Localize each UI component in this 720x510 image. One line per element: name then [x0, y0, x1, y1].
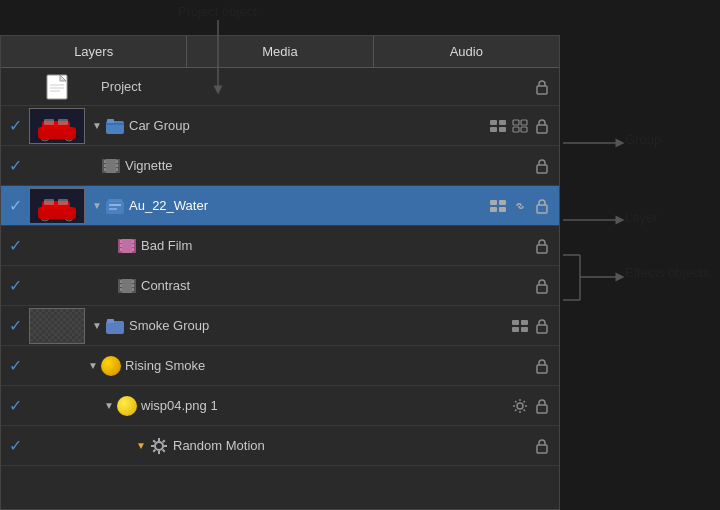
svg-rect-78 — [132, 284, 134, 287]
lock-icon-random-motion[interactable] — [533, 437, 551, 455]
film-icon-vignette — [102, 159, 120, 173]
svg-rect-30 — [521, 120, 527, 125]
lock-icon-smoke-group[interactable] — [533, 317, 551, 335]
svg-rect-56 — [490, 200, 497, 205]
tab-layers[interactable]: Layers — [1, 36, 187, 67]
svg-rect-48 — [44, 199, 54, 205]
lock-icon-car-group[interactable] — [533, 117, 551, 135]
svg-rect-29 — [513, 120, 519, 125]
lock-icon-project[interactable] — [533, 78, 551, 96]
svg-rect-70 — [537, 245, 547, 253]
svg-rect-19 — [44, 119, 54, 125]
svg-rect-60 — [537, 205, 547, 213]
svg-point-95 — [155, 442, 163, 450]
row-bad-film: ✓ Bad Film — [1, 226, 559, 266]
gear-icon-random-motion — [149, 436, 169, 456]
svg-rect-43 — [537, 165, 547, 173]
expand-arrow-au22[interactable]: ▼ — [89, 200, 105, 211]
layer-icon-au22 — [105, 196, 125, 216]
expand-arrow-rising-smoke[interactable]: ▼ — [85, 360, 101, 371]
thumbnail-car-group — [29, 108, 85, 144]
row-random-motion: ✓ ▼ Random Motion — [1, 426, 559, 466]
checkbox-contrast[interactable]: ✓ — [1, 276, 29, 295]
svg-rect-69 — [132, 248, 134, 251]
checkbox-smoke-group[interactable]: ✓ — [1, 316, 29, 335]
svg-rect-86 — [107, 319, 114, 323]
smoke-group-label: Smoke Group — [129, 318, 507, 333]
au22-thumbnail-svg — [30, 189, 84, 223]
group-annotation: Group — [625, 132, 661, 147]
svg-point-50 — [41, 213, 49, 221]
checkbox-bad-film[interactable]: ✓ — [1, 236, 29, 255]
svg-rect-17 — [38, 127, 76, 137]
lock-icon-vignette[interactable] — [533, 157, 551, 175]
svg-rect-40 — [116, 160, 118, 163]
checkbox-rising-smoke[interactable]: ✓ — [1, 356, 29, 375]
svg-rect-31 — [513, 127, 519, 132]
lock-icon-wisp04[interactable] — [533, 397, 551, 415]
link-icon-au22[interactable] — [511, 197, 529, 215]
svg-rect-68 — [132, 244, 134, 247]
lock-icon-au22[interactable] — [533, 197, 551, 215]
contrast-actions — [533, 277, 551, 295]
row-rising-smoke: ✓ ▼ Rising Smoke — [1, 346, 559, 386]
row-project: Project — [1, 68, 559, 106]
folder-icon-smoke — [106, 317, 124, 335]
lock-icon-bad-film[interactable] — [533, 237, 551, 255]
checkbox-random-motion[interactable]: ✓ — [1, 436, 29, 455]
svg-rect-27 — [490, 127, 497, 132]
project-object-annotation: Project object — [178, 4, 257, 19]
wisp04-actions — [511, 397, 551, 415]
svg-rect-59 — [499, 207, 506, 212]
svg-rect-65 — [120, 244, 122, 247]
checkbox-au22water[interactable]: ✓ — [1, 196, 29, 215]
gear-icon-wisp04[interactable] — [511, 397, 529, 415]
project-actions — [533, 78, 551, 96]
svg-rect-79 — [132, 288, 134, 291]
svg-rect-24 — [107, 119, 114, 123]
group-action-icon[interactable] — [489, 117, 507, 135]
tab-audio[interactable]: Audio — [374, 36, 559, 67]
svg-rect-14 — [537, 86, 547, 94]
contrast-icon — [117, 276, 137, 296]
group-link-icon[interactable] — [511, 117, 529, 135]
vignette-label: Vignette — [125, 158, 529, 173]
lock-icon-contrast[interactable] — [533, 277, 551, 295]
svg-point-21 — [41, 133, 49, 141]
svg-rect-55 — [109, 208, 117, 210]
au22water-label: Au_22_Water — [129, 198, 485, 213]
layers-panel: Layers Media Audio Project — [0, 35, 560, 510]
svg-rect-74 — [120, 280, 122, 283]
bad-film-actions — [533, 237, 551, 255]
expand-arrow-random-motion[interactable]: ▼ — [133, 440, 149, 451]
row-smoke-group: ✓ ▼ Smoke Group — [1, 306, 559, 346]
svg-rect-57 — [499, 200, 506, 205]
bad-film-icon — [117, 236, 137, 256]
tab-media[interactable]: Media — [187, 36, 373, 67]
lock-icon-rising-smoke[interactable] — [533, 357, 551, 375]
svg-rect-41 — [116, 164, 118, 167]
action-icon-au22[interactable] — [489, 197, 507, 215]
expand-arrow-wisp04[interactable]: ▼ — [101, 400, 117, 411]
svg-rect-75 — [120, 284, 122, 287]
random-motion-label: Random Motion — [173, 438, 529, 453]
expand-arrow-smoke[interactable]: ▼ — [89, 320, 105, 331]
smoke-thumbnail-svg — [30, 309, 84, 343]
rising-smoke-actions — [533, 357, 551, 375]
expand-arrow-car-group[interactable]: ▼ — [89, 120, 105, 131]
row-au22water: ✓ ▼ Au_22_Water — [1, 186, 559, 226]
checkbox-vignette[interactable]: ✓ — [1, 156, 29, 175]
vignette-actions — [533, 157, 551, 175]
action1-smoke[interactable] — [511, 317, 529, 335]
svg-rect-64 — [120, 240, 122, 243]
checkbox-car-group[interactable]: ✓ — [1, 116, 29, 135]
car-thumbnail-svg — [30, 109, 84, 143]
svg-rect-28 — [499, 127, 506, 132]
svg-rect-53 — [108, 199, 122, 202]
film-icon-bad-film — [118, 239, 136, 253]
random-motion-actions — [533, 437, 551, 455]
checkbox-wisp04[interactable]: ✓ — [1, 396, 29, 415]
svg-rect-91 — [537, 325, 547, 333]
layer-icon-svg — [106, 197, 124, 215]
svg-rect-38 — [104, 164, 106, 167]
